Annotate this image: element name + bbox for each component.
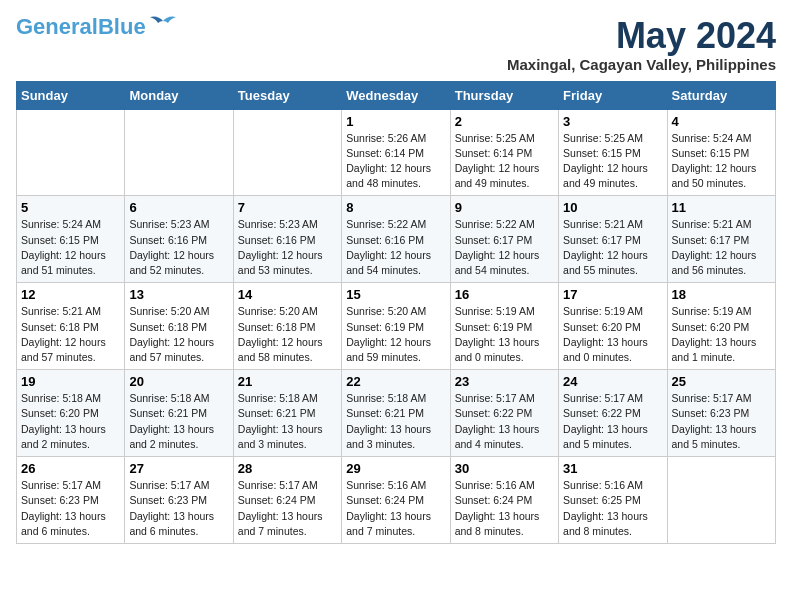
day-number: 4 xyxy=(672,114,771,129)
day-info: Sunrise: 5:19 AMSunset: 6:20 PMDaylight:… xyxy=(563,304,662,365)
logo: GeneralBlue xyxy=(16,16,178,38)
calendar-cell: 16Sunrise: 5:19 AMSunset: 6:19 PMDayligh… xyxy=(450,283,558,370)
day-info: Sunrise: 5:23 AMSunset: 6:16 PMDaylight:… xyxy=(238,217,337,278)
day-number: 3 xyxy=(563,114,662,129)
day-info: Sunrise: 5:22 AMSunset: 6:17 PMDaylight:… xyxy=(455,217,554,278)
calendar-week-row: 26Sunrise: 5:17 AMSunset: 6:23 PMDayligh… xyxy=(17,457,776,544)
day-number: 26 xyxy=(21,461,120,476)
day-info: Sunrise: 5:17 AMSunset: 6:23 PMDaylight:… xyxy=(672,391,771,452)
calendar-cell: 4Sunrise: 5:24 AMSunset: 6:15 PMDaylight… xyxy=(667,109,775,196)
day-info: Sunrise: 5:16 AMSunset: 6:24 PMDaylight:… xyxy=(455,478,554,539)
day-number: 24 xyxy=(563,374,662,389)
day-number: 21 xyxy=(238,374,337,389)
day-number: 11 xyxy=(672,200,771,215)
day-number: 1 xyxy=(346,114,445,129)
day-info: Sunrise: 5:20 AMSunset: 6:19 PMDaylight:… xyxy=(346,304,445,365)
calendar-week-row: 1Sunrise: 5:26 AMSunset: 6:14 PMDaylight… xyxy=(17,109,776,196)
day-number: 25 xyxy=(672,374,771,389)
calendar-cell: 22Sunrise: 5:18 AMSunset: 6:21 PMDayligh… xyxy=(342,370,450,457)
title-block: May 2024 Maxingal, Cagayan Valley, Phili… xyxy=(507,16,776,73)
calendar-cell: 26Sunrise: 5:17 AMSunset: 6:23 PMDayligh… xyxy=(17,457,125,544)
calendar-cell xyxy=(125,109,233,196)
calendar-cell: 9Sunrise: 5:22 AMSunset: 6:17 PMDaylight… xyxy=(450,196,558,283)
calendar-cell: 6Sunrise: 5:23 AMSunset: 6:16 PMDaylight… xyxy=(125,196,233,283)
day-number: 23 xyxy=(455,374,554,389)
day-info: Sunrise: 5:20 AMSunset: 6:18 PMDaylight:… xyxy=(238,304,337,365)
calendar-cell: 20Sunrise: 5:18 AMSunset: 6:21 PMDayligh… xyxy=(125,370,233,457)
calendar-cell: 29Sunrise: 5:16 AMSunset: 6:24 PMDayligh… xyxy=(342,457,450,544)
day-info: Sunrise: 5:21 AMSunset: 6:17 PMDaylight:… xyxy=(672,217,771,278)
day-number: 27 xyxy=(129,461,228,476)
day-info: Sunrise: 5:17 AMSunset: 6:24 PMDaylight:… xyxy=(238,478,337,539)
day-info: Sunrise: 5:24 AMSunset: 6:15 PMDaylight:… xyxy=(672,131,771,192)
weekday-header-monday: Monday xyxy=(125,81,233,109)
day-info: Sunrise: 5:18 AMSunset: 6:21 PMDaylight:… xyxy=(238,391,337,452)
calendar-cell: 8Sunrise: 5:22 AMSunset: 6:16 PMDaylight… xyxy=(342,196,450,283)
calendar-cell: 13Sunrise: 5:20 AMSunset: 6:18 PMDayligh… xyxy=(125,283,233,370)
calendar-cell: 5Sunrise: 5:24 AMSunset: 6:15 PMDaylight… xyxy=(17,196,125,283)
day-number: 19 xyxy=(21,374,120,389)
day-number: 30 xyxy=(455,461,554,476)
day-number: 20 xyxy=(129,374,228,389)
calendar-cell: 10Sunrise: 5:21 AMSunset: 6:17 PMDayligh… xyxy=(559,196,667,283)
day-info: Sunrise: 5:26 AMSunset: 6:14 PMDaylight:… xyxy=(346,131,445,192)
calendar-cell: 23Sunrise: 5:17 AMSunset: 6:22 PMDayligh… xyxy=(450,370,558,457)
day-info: Sunrise: 5:18 AMSunset: 6:21 PMDaylight:… xyxy=(346,391,445,452)
calendar-cell: 21Sunrise: 5:18 AMSunset: 6:21 PMDayligh… xyxy=(233,370,341,457)
calendar-cell xyxy=(17,109,125,196)
day-number: 13 xyxy=(129,287,228,302)
day-number: 7 xyxy=(238,200,337,215)
calendar-table: SundayMondayTuesdayWednesdayThursdayFrid… xyxy=(16,81,776,544)
day-number: 17 xyxy=(563,287,662,302)
calendar-cell: 30Sunrise: 5:16 AMSunset: 6:24 PMDayligh… xyxy=(450,457,558,544)
calendar-cell: 7Sunrise: 5:23 AMSunset: 6:16 PMDaylight… xyxy=(233,196,341,283)
day-info: Sunrise: 5:22 AMSunset: 6:16 PMDaylight:… xyxy=(346,217,445,278)
day-info: Sunrise: 5:21 AMSunset: 6:17 PMDaylight:… xyxy=(563,217,662,278)
weekday-header-tuesday: Tuesday xyxy=(233,81,341,109)
day-info: Sunrise: 5:20 AMSunset: 6:18 PMDaylight:… xyxy=(129,304,228,365)
calendar-cell xyxy=(233,109,341,196)
calendar-cell: 12Sunrise: 5:21 AMSunset: 6:18 PMDayligh… xyxy=(17,283,125,370)
calendar-week-row: 5Sunrise: 5:24 AMSunset: 6:15 PMDaylight… xyxy=(17,196,776,283)
day-number: 28 xyxy=(238,461,337,476)
weekday-header-sunday: Sunday xyxy=(17,81,125,109)
day-info: Sunrise: 5:25 AMSunset: 6:15 PMDaylight:… xyxy=(563,131,662,192)
calendar-cell: 15Sunrise: 5:20 AMSunset: 6:19 PMDayligh… xyxy=(342,283,450,370)
day-info: Sunrise: 5:17 AMSunset: 6:23 PMDaylight:… xyxy=(129,478,228,539)
page-header: GeneralBlue May 2024 Maxingal, Cagayan V… xyxy=(16,16,776,73)
day-number: 12 xyxy=(21,287,120,302)
day-info: Sunrise: 5:16 AMSunset: 6:24 PMDaylight:… xyxy=(346,478,445,539)
month-year-title: May 2024 xyxy=(507,16,776,56)
day-number: 6 xyxy=(129,200,228,215)
weekday-header-thursday: Thursday xyxy=(450,81,558,109)
day-info: Sunrise: 5:17 AMSunset: 6:22 PMDaylight:… xyxy=(455,391,554,452)
weekday-header-wednesday: Wednesday xyxy=(342,81,450,109)
day-info: Sunrise: 5:19 AMSunset: 6:20 PMDaylight:… xyxy=(672,304,771,365)
calendar-cell: 31Sunrise: 5:16 AMSunset: 6:25 PMDayligh… xyxy=(559,457,667,544)
day-info: Sunrise: 5:21 AMSunset: 6:18 PMDaylight:… xyxy=(21,304,120,365)
day-number: 8 xyxy=(346,200,445,215)
day-info: Sunrise: 5:23 AMSunset: 6:16 PMDaylight:… xyxy=(129,217,228,278)
calendar-cell: 2Sunrise: 5:25 AMSunset: 6:14 PMDaylight… xyxy=(450,109,558,196)
calendar-cell: 27Sunrise: 5:17 AMSunset: 6:23 PMDayligh… xyxy=(125,457,233,544)
calendar-cell: 1Sunrise: 5:26 AMSunset: 6:14 PMDaylight… xyxy=(342,109,450,196)
day-number: 18 xyxy=(672,287,771,302)
weekday-header-row: SundayMondayTuesdayWednesdayThursdayFrid… xyxy=(17,81,776,109)
logo-text: GeneralBlue xyxy=(16,16,146,38)
day-number: 5 xyxy=(21,200,120,215)
day-info: Sunrise: 5:17 AMSunset: 6:22 PMDaylight:… xyxy=(563,391,662,452)
day-number: 15 xyxy=(346,287,445,302)
day-number: 2 xyxy=(455,114,554,129)
day-number: 10 xyxy=(563,200,662,215)
calendar-week-row: 12Sunrise: 5:21 AMSunset: 6:18 PMDayligh… xyxy=(17,283,776,370)
weekday-header-saturday: Saturday xyxy=(667,81,775,109)
day-number: 14 xyxy=(238,287,337,302)
weekday-header-friday: Friday xyxy=(559,81,667,109)
day-info: Sunrise: 5:18 AMSunset: 6:20 PMDaylight:… xyxy=(21,391,120,452)
calendar-cell xyxy=(667,457,775,544)
day-number: 29 xyxy=(346,461,445,476)
day-info: Sunrise: 5:24 AMSunset: 6:15 PMDaylight:… xyxy=(21,217,120,278)
calendar-cell: 19Sunrise: 5:18 AMSunset: 6:20 PMDayligh… xyxy=(17,370,125,457)
day-info: Sunrise: 5:19 AMSunset: 6:19 PMDaylight:… xyxy=(455,304,554,365)
calendar-cell: 3Sunrise: 5:25 AMSunset: 6:15 PMDaylight… xyxy=(559,109,667,196)
